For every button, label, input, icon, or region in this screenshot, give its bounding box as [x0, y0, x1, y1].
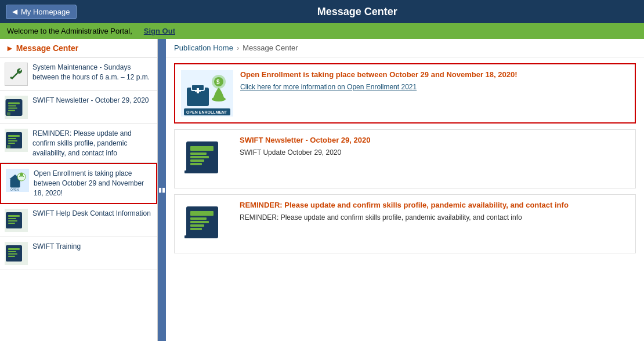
content-area: Publication Home › Message Center $ [166, 39, 644, 341]
newsletter-icon [5, 96, 28, 119]
reminder-card-title: REMINDER: Please update and confirm skil… [240, 201, 629, 209]
open-enrollment-sidebar-icon: OPEN [6, 169, 29, 192]
sidebar-collapse-handle[interactable]: ▮▮ [158, 39, 166, 341]
reminder-icon [5, 129, 28, 152]
sidebar-title: Message Center [16, 43, 78, 53]
svg-rect-20 [8, 215, 20, 217]
swift-newsletter-card-title: SWIFT Newsletter - October 29, 2020 [240, 136, 629, 144]
sidebar-item-open-enrollment-text: Open Enrollment is taking place between … [34, 169, 151, 198]
sidebar-item-system-maintenance-text: System Maintenance - Sundays between the… [32, 63, 153, 82]
svg-rect-49 [190, 217, 207, 220]
svg-rect-52 [190, 228, 202, 230]
svg-rect-7 [7, 112, 10, 115]
svg-text:$: $ [216, 79, 220, 85]
svg-point-17 [20, 173, 23, 176]
svg-rect-27 [8, 253, 17, 255]
open-enrollment-card-body: Open Enrollment is taking place between … [240, 70, 629, 92]
svg-rect-45 [190, 163, 202, 165]
svg-rect-25 [8, 248, 20, 250]
sidebar-item-swift-newsletter[interactable]: SWIFT Newsletter - October 29, 2020 [0, 91, 157, 124]
svg-rect-23 [8, 223, 15, 224]
svg-rect-50 [190, 221, 209, 223]
svg-rect-3 [8, 105, 16, 106]
welcome-bar: Welcome to the Administrative Portal, Si… [0, 23, 644, 39]
svg-text:OPEN: OPEN [10, 188, 19, 191]
breadcrumb: Publication Home › Message Center [166, 39, 644, 57]
svg-rect-41 [190, 146, 214, 151]
svg-point-37 [212, 97, 226, 101]
svg-text:OPEN ENROLLMENT: OPEN ENROLLMENT [186, 110, 227, 114]
header: ◀ My Homepage Message Center [0, 0, 644, 23]
header-title: Message Center [77, 6, 638, 18]
swift-newsletter-card-body: SWIFT Newsletter - October 29, 2020 SWIF… [240, 136, 629, 158]
swift-training-icon [5, 242, 28, 265]
signout-link[interactable]: Sign Out [144, 27, 175, 35]
svg-rect-53 [184, 235, 193, 238]
open-enrollment-card-title: Open Enrollment is taking place between … [240, 70, 629, 79]
wrench-icon [5, 63, 28, 86]
svg-rect-15 [10, 179, 20, 187]
sidebar: ► Message Center System Maintenance - Su… [0, 39, 158, 341]
svg-rect-43 [190, 156, 209, 158]
svg-rect-12 [8, 143, 15, 144]
arrow-left-icon: ◀ [12, 8, 17, 16]
main-layout: ► Message Center System Maintenance - Su… [0, 39, 644, 341]
open-enrollment-card-desc[interactable]: Click here for more information on Open … [240, 82, 629, 92]
sidebar-item-swift-help-desk-text: SWIFT Help Desk Contact Information [32, 209, 151, 219]
svg-rect-26 [8, 251, 16, 252]
sidebar-item-reminder-text: REMINDER: Please update and confirm skil… [32, 129, 153, 158]
sidebar-item-swift-newsletter-text: SWIFT Newsletter - October 29, 2020 [32, 96, 149, 106]
my-homepage-button[interactable]: ◀ My Homepage [6, 5, 77, 19]
svg-rect-42 [190, 152, 207, 155]
breadcrumb-home-link[interactable]: Publication Home [174, 43, 233, 52]
svg-rect-10 [8, 138, 16, 139]
swift-newsletter-card-desc: SWIFT Update October 29, 2020 [240, 147, 629, 158]
svg-rect-44 [190, 159, 204, 162]
sidebar-item-open-enrollment[interactable]: OPEN Open Enrollment is taking place bet… [0, 163, 157, 204]
svg-rect-48 [190, 211, 214, 216]
svg-rect-13 [7, 145, 10, 148]
breadcrumb-separator: › [237, 43, 239, 52]
svg-rect-11 [8, 140, 17, 141]
message-card-reminder[interactable]: REMINDER: Please update and confirm skil… [174, 194, 636, 253]
sidebar-item-swift-training[interactable]: SWIFT Training [0, 237, 157, 270]
reminder-card-body: REMINDER: Please update and confirm skil… [240, 201, 629, 223]
sidebar-item-system-maintenance[interactable]: System Maintenance - Sundays between the… [0, 58, 157, 91]
svg-rect-2 [8, 102, 20, 104]
sidebar-item-reminder[interactable]: REMINDER: Please update and confirm skil… [0, 124, 157, 163]
sidebar-arrow-icon: ► [6, 43, 14, 53]
svg-rect-51 [190, 224, 204, 227]
sidebar-header: ► Message Center [0, 39, 157, 58]
reminder-card-icon [180, 201, 233, 247]
my-homepage-label: My Homepage [21, 8, 70, 16]
message-card-swift-newsletter[interactable]: SWIFT Newsletter - October 29, 2020 SWIF… [174, 129, 636, 188]
svg-rect-4 [8, 107, 17, 108]
sidebar-item-swift-help-desk[interactable]: SWIFT Help Desk Contact Information [0, 204, 157, 237]
message-card-open-enrollment[interactable]: $ OPEN ENROLLMENT Open Enrollment is tak… [174, 63, 636, 124]
svg-rect-22 [8, 220, 17, 221]
svg-rect-9 [8, 135, 20, 137]
svg-rect-21 [8, 218, 16, 219]
open-enrollment-card-icon: $ OPEN ENROLLMENT [181, 70, 233, 117]
svg-rect-5 [8, 110, 15, 111]
open-enrollment-link[interactable]: Click here for more information on Open … [240, 83, 417, 91]
svg-rect-33 [197, 88, 199, 93]
svg-rect-46 [184, 170, 193, 173]
help-desk-icon [5, 209, 28, 232]
svg-rect-28 [8, 256, 15, 257]
reminder-card-desc: REMINDER: Please update and confirm skil… [240, 212, 629, 223]
welcome-text: Welcome to the Administrative Portal, [7, 27, 132, 35]
newsletter-card-icon [180, 136, 233, 182]
breadcrumb-current: Message Center [243, 43, 298, 52]
sidebar-item-swift-training-text: SWIFT Training [32, 242, 81, 252]
